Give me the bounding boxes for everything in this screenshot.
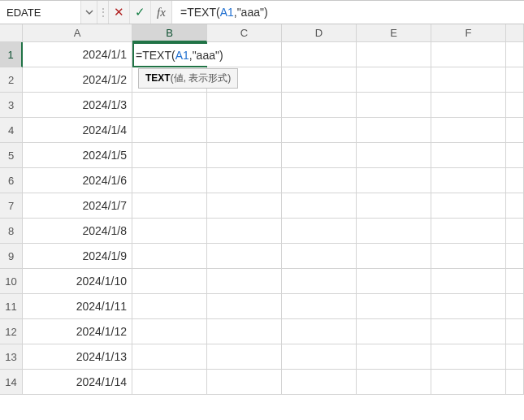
cell-D5[interactable]: [282, 143, 357, 168]
cell-F12[interactable]: [431, 319, 506, 344]
cell-C12[interactable]: [207, 319, 282, 344]
cell-D8[interactable]: [282, 219, 357, 244]
cell-overflow-9[interactable]: [506, 244, 524, 269]
cell-D14[interactable]: [282, 370, 357, 395]
cell-B8[interactable]: [132, 219, 207, 244]
cell-C5[interactable]: [207, 143, 282, 168]
cell-A1[interactable]: 2024/1/1: [23, 42, 132, 67]
row-header-10[interactable]: 10: [0, 269, 23, 294]
cell-overflow-10[interactable]: [506, 269, 524, 294]
cell-A12[interactable]: 2024/1/12: [23, 319, 132, 344]
cell-E2[interactable]: [357, 67, 431, 93]
cell-E4[interactable]: [357, 118, 431, 143]
column-header-overflow[interactable]: [506, 24, 524, 42]
cell-A3[interactable]: 2024/1/3: [23, 93, 132, 118]
cell-E5[interactable]: [357, 143, 431, 168]
cell-E6[interactable]: [357, 168, 431, 193]
cell-E3[interactable]: [357, 93, 431, 118]
cell-C13[interactable]: [207, 344, 282, 370]
name-box[interactable]: EDATE: [0, 1, 81, 24]
row-header-12[interactable]: 12: [0, 319, 23, 344]
cell-A9[interactable]: 2024/1/9: [23, 244, 132, 269]
cell-C6[interactable]: [207, 168, 282, 193]
cell-F1[interactable]: [431, 42, 506, 67]
cell-D13[interactable]: [282, 344, 357, 370]
cell-C10[interactable]: [207, 269, 282, 294]
cell-F13[interactable]: [431, 344, 506, 370]
cell-A14[interactable]: 2024/1/14: [23, 370, 132, 395]
cell-B13[interactable]: [132, 344, 207, 370]
cell-E14[interactable]: [357, 370, 431, 395]
cell-E13[interactable]: [357, 344, 431, 370]
cell-F14[interactable]: [431, 370, 506, 395]
spreadsheet-grid[interactable]: ABCDEF12024/1/1=TEXT(A1,"aaa")22024/1/23…: [0, 24, 524, 395]
cell-C4[interactable]: [207, 118, 282, 143]
cell-C9[interactable]: [207, 244, 282, 269]
cell-F3[interactable]: [431, 93, 506, 118]
select-all-corner[interactable]: [0, 24, 23, 42]
cell-E8[interactable]: [357, 219, 431, 244]
row-header-2[interactable]: 2: [0, 67, 23, 93]
cell-D10[interactable]: [282, 269, 357, 294]
cell-B12[interactable]: [132, 319, 207, 344]
cell-D11[interactable]: [282, 294, 357, 319]
cell-E12[interactable]: [357, 319, 431, 344]
cell-D1[interactable]: [282, 42, 357, 67]
cell-A8[interactable]: 2024/1/8: [23, 219, 132, 244]
column-header-C[interactable]: C: [207, 24, 282, 42]
enter-button[interactable]: ✓: [130, 1, 151, 24]
cell-C3[interactable]: [207, 93, 282, 118]
cell-F9[interactable]: [431, 244, 506, 269]
cell-A7[interactable]: 2024/1/7: [23, 193, 132, 219]
cell-B6[interactable]: [132, 168, 207, 193]
cell-E10[interactable]: [357, 269, 431, 294]
column-header-D[interactable]: D: [282, 24, 357, 42]
row-header-6[interactable]: 6: [0, 168, 23, 193]
cell-F4[interactable]: [431, 118, 506, 143]
cell-D3[interactable]: [282, 93, 357, 118]
cell-overflow-1[interactable]: [506, 42, 524, 67]
cell-overflow-12[interactable]: [506, 319, 524, 344]
cell-overflow-8[interactable]: [506, 219, 524, 244]
cell-A4[interactable]: 2024/1/4: [23, 118, 132, 143]
row-header-1[interactable]: 1: [0, 42, 23, 67]
cell-overflow-3[interactable]: [506, 93, 524, 118]
cell-overflow-7[interactable]: [506, 193, 524, 219]
name-box-dropdown[interactable]: [81, 1, 97, 24]
row-header-9[interactable]: 9: [0, 244, 23, 269]
row-header-3[interactable]: 3: [0, 93, 23, 118]
row-header-14[interactable]: 14: [0, 370, 23, 395]
cell-B11[interactable]: [132, 294, 207, 319]
cell-F10[interactable]: [431, 269, 506, 294]
cell-F6[interactable]: [431, 168, 506, 193]
cell-overflow-13[interactable]: [506, 344, 524, 370]
cell-A6[interactable]: 2024/1/6: [23, 168, 132, 193]
cell-F11[interactable]: [431, 294, 506, 319]
cell-B14[interactable]: [132, 370, 207, 395]
cell-E7[interactable]: [357, 193, 431, 219]
cell-B1[interactable]: =TEXT(A1,"aaa"): [132, 42, 207, 67]
cell-D6[interactable]: [282, 168, 357, 193]
cell-C11[interactable]: [207, 294, 282, 319]
cell-A10[interactable]: 2024/1/10: [23, 269, 132, 294]
cell-A13[interactable]: 2024/1/13: [23, 344, 132, 370]
cell-A11[interactable]: 2024/1/11: [23, 294, 132, 319]
column-header-F[interactable]: F: [431, 24, 506, 42]
cell-F7[interactable]: [431, 193, 506, 219]
row-header-11[interactable]: 11: [0, 294, 23, 319]
cell-overflow-6[interactable]: [506, 168, 524, 193]
cell-E9[interactable]: [357, 244, 431, 269]
cell-overflow-2[interactable]: [506, 67, 524, 93]
column-header-A[interactable]: A: [23, 24, 132, 42]
cell-A2[interactable]: 2024/1/2: [23, 67, 132, 93]
formula-input[interactable]: =TEXT(A1,"aaa"): [172, 1, 524, 24]
cancel-button[interactable]: ✕: [109, 1, 130, 24]
cell-B7[interactable]: [132, 193, 207, 219]
cell-E1[interactable]: [357, 42, 431, 67]
cell-overflow-4[interactable]: [506, 118, 524, 143]
cell-overflow-11[interactable]: [506, 294, 524, 319]
cell-D9[interactable]: [282, 244, 357, 269]
cell-B5[interactable]: [132, 143, 207, 168]
column-header-E[interactable]: E: [357, 24, 431, 42]
row-header-5[interactable]: 5: [0, 143, 23, 168]
